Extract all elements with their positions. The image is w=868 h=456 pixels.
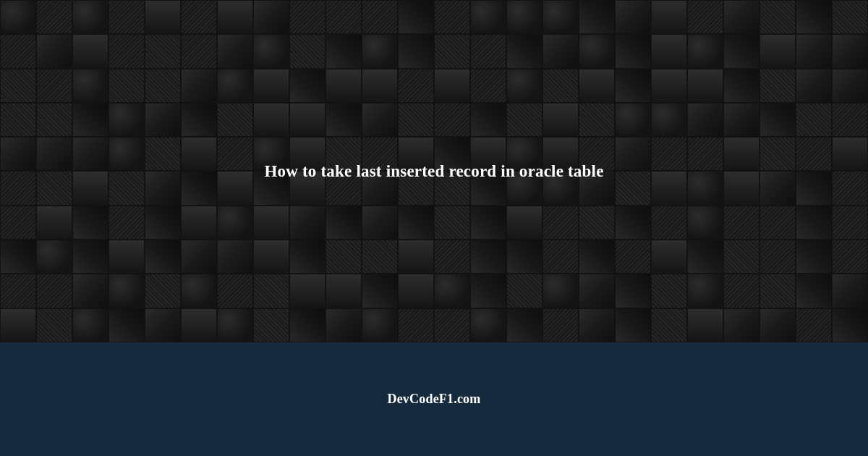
bg-tile [326,274,362,308]
bg-tile [0,34,36,68]
bg-tile [470,0,506,34]
bg-tile [72,171,109,205]
bg-tile [289,103,326,137]
bg-tile [506,69,542,103]
bg-tile [832,206,868,240]
bg-tile [72,240,109,274]
bg-tile [506,206,542,240]
bg-tile [760,206,796,240]
bg-tile [145,69,181,103]
bg-tile [832,274,868,308]
bg-tile [651,103,687,137]
bg-tile [0,0,36,34]
bg-tile [542,34,579,68]
bg-tile [723,137,760,171]
bg-tile [434,240,470,274]
bg-tile [579,308,615,342]
bg-tile [615,34,651,68]
bg-tile [36,308,72,342]
bg-tile [217,274,253,308]
bg-tile [181,137,217,171]
bg-tile [760,34,796,68]
bg-tile [687,171,723,205]
bg-tile [289,0,326,34]
bg-tile [326,206,362,240]
site-name: DevCodeF1.com [387,392,480,407]
bg-tile [470,103,506,137]
bg-tile [181,308,217,342]
bg-tile [651,34,687,68]
bg-tile [651,137,687,171]
bg-tile [615,103,651,137]
bg-tile [289,206,326,240]
bg-tile [253,240,289,274]
bg-tile [289,308,326,342]
bg-tile [615,0,651,34]
bg-tile [145,34,181,68]
bg-tile [796,103,832,137]
bg-tile [651,171,687,205]
bg-tile [579,69,615,103]
bg-tile [723,103,760,137]
bg-tile [109,69,145,103]
bg-tile [796,206,832,240]
bg-tile [0,274,36,308]
bg-tile [615,274,651,308]
bg-tile [253,103,289,137]
bg-tile [253,308,289,342]
bg-tile [362,34,398,68]
bg-tile [72,308,109,342]
bg-tile [506,0,542,34]
bg-tile [253,34,289,68]
bg-tile [362,206,398,240]
bg-tile [36,69,72,103]
bg-tile [542,274,579,308]
bg-tile [723,274,760,308]
bg-tile [181,240,217,274]
bg-tile [470,274,506,308]
bg-tile [470,308,506,342]
bg-tile [434,34,470,68]
bg-tile [687,103,723,137]
bg-tile [181,34,217,68]
bg-tile [398,103,434,137]
bg-tile [36,103,72,137]
bg-tile [145,206,181,240]
bg-tile [326,34,362,68]
bg-tile [796,34,832,68]
bg-tile [506,34,542,68]
bg-tile [506,240,542,274]
bg-tile [398,240,434,274]
bg-tile [760,308,796,342]
bg-tile [796,171,832,205]
bg-tile [36,137,72,171]
bg-tile [109,171,145,205]
bg-tile [326,308,362,342]
bg-tile [289,69,326,103]
bg-tile [832,240,868,274]
bg-tile [687,0,723,34]
bg-tile [542,69,579,103]
bg-tile [145,103,181,137]
bg-tile [760,0,796,34]
bg-tile [253,206,289,240]
bg-tile [579,206,615,240]
bg-tile [687,69,723,103]
bg-tile [72,274,109,308]
bg-tile [832,69,868,103]
title-wrapper: How to take last inserted record in orac… [235,162,632,181]
bg-tile [36,0,72,34]
bg-tile [398,206,434,240]
footer-section: DevCodeF1.com [0,342,868,456]
bg-tile [434,103,470,137]
social-preview-card: How to take last inserted record in orac… [0,0,868,456]
bg-tile [217,34,253,68]
bg-tile [687,137,723,171]
bg-tile [109,34,145,68]
bg-tile [398,69,434,103]
bg-tile [109,308,145,342]
bg-tile [470,34,506,68]
bg-tile [687,274,723,308]
bg-tile [832,308,868,342]
bg-tile [470,240,506,274]
